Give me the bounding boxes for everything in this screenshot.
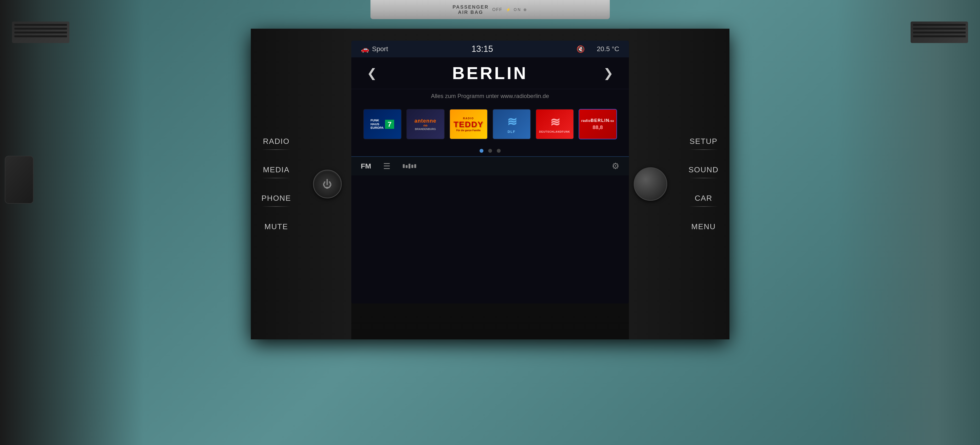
clock-display: 13:15 <box>393 44 571 54</box>
volume-knob[interactable] <box>634 167 667 201</box>
mute-button[interactable]: MUTE <box>260 220 293 233</box>
vent-slot <box>14 24 67 26</box>
interior-right-panel <box>837 0 980 445</box>
drive-mode-label: Sport <box>372 45 388 53</box>
dkultur-logo: ≋ DEUTSCHLANDFUNK <box>536 109 573 139</box>
dlf-label: DLF <box>493 139 530 139</box>
door-handle <box>5 156 33 204</box>
right-button-group: SETUP SOUND CAR MENU <box>687 135 720 233</box>
phone-button[interactable]: PHONE <box>260 192 293 208</box>
airbag-status: OFF <box>492 7 502 12</box>
svg-rect-4 <box>414 164 416 168</box>
preset-grid: FUNKHAUSEUROPA 7 Funkhaus antenne rbb <box>351 103 629 145</box>
preset-funkhaus[interactable]: FUNKHAUSEUROPA 7 Funkhaus <box>363 109 402 139</box>
left-vent <box>12 22 69 43</box>
preset-antennb[interactable]: antenne rbb BRANDENBURG Antennb <box>406 109 445 139</box>
teddy-logo: RADIO TEDDY Für die ganze Familie <box>450 109 487 139</box>
teddy-label: TEDDY <box>450 139 487 139</box>
sound-button[interactable]: SOUND <box>687 163 720 179</box>
radio-button[interactable]: RADIO <box>260 135 293 151</box>
station-name-display: BERLIN <box>380 63 600 83</box>
temperature-display: 20.5 °C <box>597 45 619 53</box>
power-icon: ⏻ <box>323 179 332 190</box>
status-bar: 🚗 Sport 13:15 🔇 20.5 °C <box>351 41 629 57</box>
car-status-icon: 🚗 <box>361 45 369 53</box>
airbag-symbols: ⚡ ON ⊗ <box>506 7 527 12</box>
dkultur-label: DKULTUR <box>536 139 573 139</box>
berlin-label: BERLIN <box>579 139 616 139</box>
funkhaus-label: Funkhaus <box>364 139 401 139</box>
svg-rect-2 <box>409 164 410 168</box>
vent-slot <box>913 35 966 37</box>
preset-berlin[interactable]: radioBERLINrbb 88,8 BERLIN <box>579 109 617 139</box>
antenne-logo: antenne rbb BRANDENBURG <box>407 109 444 139</box>
airbag-label: PASSENGER AIR BAG <box>453 4 489 15</box>
drive-mode-display: 🚗 Sport <box>361 45 388 53</box>
left-button-group: RADIO MEDIA PHONE MUTE <box>260 135 293 233</box>
preset-dkultur[interactable]: ≋ DEUTSCHLANDFUNK DKULTUR <box>536 109 574 139</box>
pagination-dots <box>351 145 629 156</box>
station-header: ❮ BERLIN ❯ <box>351 57 629 89</box>
bottom-bar: FM ☰ ⚙ <box>351 156 629 176</box>
vent-slot <box>913 24 966 26</box>
vent-slot <box>913 28 966 30</box>
infotainment-unit: RADIO MEDIA PHONE MUTE ⏻ SETUP <box>251 29 729 339</box>
band-display: FM <box>361 162 371 170</box>
preset-teddy[interactable]: RADIO TEDDY Für die ganze Familie TEDDY <box>449 109 488 139</box>
vent-slot <box>913 32 966 33</box>
car-button[interactable]: CAR <box>687 192 720 208</box>
svg-rect-0 <box>403 164 405 168</box>
dlf-logo: ≋ DLF <box>493 109 530 139</box>
pagination-dot-3[interactable] <box>497 149 501 153</box>
menu-button[interactable]: MENU <box>687 220 720 233</box>
svg-rect-3 <box>411 165 413 168</box>
media-button[interactable]: MEDIA <box>260 163 293 179</box>
vent-slot <box>14 32 67 33</box>
spectrum-icon[interactable] <box>402 163 417 169</box>
volume-status-icon: 🔇 <box>576 45 585 53</box>
right-vent <box>911 22 968 43</box>
car-interior: PASSENGER AIR BAG OFF ⚡ ON ⊗ <box>0 0 980 445</box>
airbag-header: PASSENGER AIR BAG OFF ⚡ ON ⊗ <box>371 0 610 19</box>
screen: 🚗 Sport 13:15 🔇 20.5 °C ❮ BERLIN ❯ Alles… <box>351 41 629 304</box>
setup-button[interactable]: SETUP <box>687 135 720 151</box>
vent-slot <box>14 35 67 37</box>
berlin-logo: radioBERLINrbb 88,8 <box>579 109 616 139</box>
svg-rect-1 <box>406 165 407 168</box>
antennb-label: Antennb <box>407 139 444 139</box>
pagination-dot-2[interactable] <box>488 149 492 153</box>
pagination-dot-1[interactable] <box>480 149 484 153</box>
station-info-text: Alles zum Programm unter www.radioberlin… <box>351 89 629 103</box>
funkhaus-logo: FUNKHAUSEUROPA 7 <box>364 109 401 139</box>
interior-left-panel <box>0 0 143 445</box>
power-button[interactable]: ⏻ <box>313 170 342 198</box>
prev-station-button[interactable]: ❮ <box>363 65 380 81</box>
next-station-button[interactable]: ❯ <box>600 65 617 81</box>
settings-icon[interactable]: ⚙ <box>612 161 619 171</box>
vent-slot <box>14 28 67 30</box>
list-icon[interactable]: ☰ <box>383 162 390 171</box>
preset-dlf[interactable]: ≋ DLF DLF <box>493 109 531 139</box>
